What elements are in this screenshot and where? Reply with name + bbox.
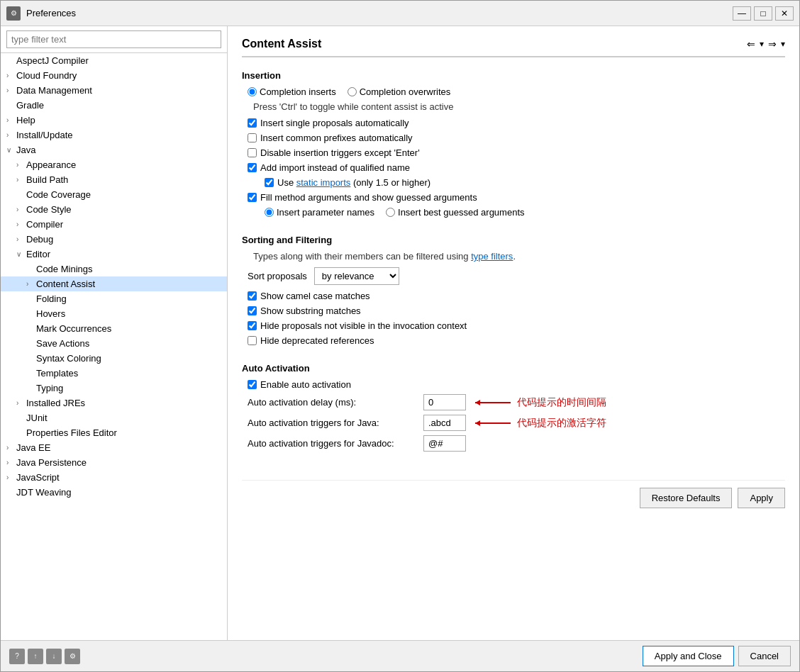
best-guessed-radio[interactable] xyxy=(386,208,395,217)
forward-dropdown[interactable]: ▾ xyxy=(781,39,785,49)
tree-item-typing[interactable]: Typing xyxy=(1,381,227,396)
content-title: Content Assist xyxy=(242,38,321,50)
tree-item-propertieseditor[interactable]: Properties Files Editor xyxy=(1,425,227,440)
tree-arrow xyxy=(16,414,26,422)
camel-case-checkbox[interactable] xyxy=(248,291,257,301)
tree-item-jdtweaving[interactable]: JDT Weaving xyxy=(1,485,227,500)
tree-arrow xyxy=(26,384,36,392)
tree-item-javascript[interactable]: › JavaScript xyxy=(1,470,227,485)
export-icon[interactable]: ↑ xyxy=(28,649,43,664)
disable-triggers-label[interactable]: Disable insertion triggers except 'Enter… xyxy=(248,147,420,158)
tree-item-junit[interactable]: JUnit xyxy=(1,410,227,425)
back-button[interactable]: ⇐ xyxy=(747,38,755,50)
completion-overwrites-radio[interactable] xyxy=(348,87,357,96)
triggers-java-row: Auto activation triggers for Java: 代码提示的… xyxy=(248,415,785,431)
maximize-button[interactable]: □ xyxy=(754,6,772,21)
search-input[interactable] xyxy=(6,30,221,48)
add-import-label[interactable]: Add import instead of qualified name xyxy=(248,162,410,173)
hide-invisible-label[interactable]: Hide proposals not visible in the invoca… xyxy=(248,320,467,331)
hide-invisible-checkbox[interactable] xyxy=(248,321,257,330)
add-import-checkbox[interactable] xyxy=(248,163,257,172)
main-content: AspectJ Compiler › Cloud Foundry › Data … xyxy=(1,26,799,640)
hide-deprecated-text: Hide deprecated references xyxy=(260,335,374,346)
settings-icon[interactable]: ⚙ xyxy=(65,649,80,664)
tree-item-codecoverage[interactable]: Code Coverage xyxy=(1,187,227,202)
fill-method-label[interactable]: Fill method arguments and show guessed a… xyxy=(248,192,477,203)
single-proposals-label[interactable]: Insert single proposals automatically xyxy=(248,118,409,128)
tree-label: Gradle xyxy=(16,100,44,111)
static-imports-text: Use static imports (only 1.5 or higher) xyxy=(277,177,430,188)
completion-inserts-radio[interactable] xyxy=(248,87,257,96)
apply-button[interactable]: Apply xyxy=(738,488,785,508)
tree-item-datamanagement[interactable]: › Data Management xyxy=(1,83,227,98)
radio-inserts[interactable]: Completion inserts xyxy=(248,86,336,97)
minimize-button[interactable]: — xyxy=(733,6,751,21)
tree-item-appearance[interactable]: › Appearance xyxy=(1,157,227,172)
tree-arrow xyxy=(6,101,16,109)
hide-deprecated-checkbox[interactable] xyxy=(248,336,257,345)
help-icon[interactable]: ? xyxy=(9,649,25,664)
close-button[interactable]: ✕ xyxy=(775,6,794,21)
radio-best-guessed[interactable]: Insert best guessed arguments xyxy=(386,207,525,218)
back-dropdown[interactable]: ▾ xyxy=(760,39,764,49)
apply-and-close-button[interactable]: Apply and Close xyxy=(643,646,734,666)
tree-item-saveactions[interactable]: Save Actions xyxy=(1,336,227,351)
import-icon[interactable]: ↓ xyxy=(46,649,62,664)
tree-item-folding[interactable]: Folding xyxy=(1,291,227,306)
tree-item-contentassist[interactable]: › Content Assist xyxy=(1,276,227,291)
forward-button[interactable]: ⇒ xyxy=(768,38,777,50)
tree-item-editor[interactable]: ∨ Editor xyxy=(1,247,227,262)
tree-item-help[interactable]: › Help xyxy=(1,113,227,128)
triggers-arrow-wrapper: 代码提示的激活字符 xyxy=(472,416,606,430)
radio-param-names[interactable]: Insert parameter names xyxy=(265,207,374,218)
tree-item-java[interactable]: ∨ Java xyxy=(1,142,227,157)
tree-item-syntaxcoloring[interactable]: Syntax Coloring xyxy=(1,351,227,366)
restore-defaults-button[interactable]: Restore Defaults xyxy=(640,488,733,508)
triggers-java-label: Auto activation triggers for Java: xyxy=(248,418,418,428)
tree-label: Code Minings xyxy=(36,264,93,274)
tree-item-codeminings[interactable]: Code Minings xyxy=(1,262,227,276)
triggers-java-input[interactable] xyxy=(423,415,466,431)
tree-item-codestyle[interactable]: › Code Style xyxy=(1,202,227,217)
common-prefixes-checkbox[interactable] xyxy=(248,133,257,142)
tree-item-debug[interactable]: › Debug xyxy=(1,232,227,247)
tree-item-gradle[interactable]: Gradle xyxy=(1,98,227,113)
substring-label[interactable]: Show substring matches xyxy=(248,306,361,316)
tree-item-hovers[interactable]: Hovers xyxy=(1,306,227,321)
static-imports-label[interactable]: Use static imports (only 1.5 or higher) xyxy=(265,177,430,188)
tree-item-installedjres[interactable]: › Installed JREs xyxy=(1,396,227,410)
radio-overwrites[interactable]: Completion overwrites xyxy=(348,86,451,97)
tree-label: Data Management xyxy=(16,85,92,96)
common-prefixes-label[interactable]: Insert common prefixes automatically xyxy=(248,133,413,143)
param-names-radio[interactable] xyxy=(265,208,274,217)
triggers-javadoc-label: Auto activation triggers for Javadoc: xyxy=(248,438,418,449)
hide-deprecated-label[interactable]: Hide deprecated references xyxy=(248,335,374,346)
tree-label: Java xyxy=(16,145,35,155)
cancel-button[interactable]: Cancel xyxy=(738,646,791,666)
tree-arrow xyxy=(26,310,36,318)
substring-checkbox[interactable] xyxy=(248,306,257,315)
tree-label: Code Coverage xyxy=(26,189,91,200)
triggers-javadoc-input[interactable] xyxy=(423,435,466,452)
static-imports-link[interactable]: static imports xyxy=(296,177,351,188)
tree-item-cloudfoundry[interactable]: › Cloud Foundry xyxy=(1,68,227,83)
tree-item-templates[interactable]: Templates xyxy=(1,366,227,381)
type-filters-link[interactable]: type filters xyxy=(471,251,513,262)
tree-item-javapersistence[interactable]: › Java Persistence xyxy=(1,455,227,470)
tree-item-javaee[interactable]: › Java EE xyxy=(1,440,227,455)
tree-item-compiler[interactable]: › Compiler xyxy=(1,217,227,232)
enable-autoactivation-checkbox[interactable] xyxy=(248,380,257,389)
tree-item-buildpath[interactable]: › Build Path xyxy=(1,172,227,187)
disable-triggers-checkbox[interactable] xyxy=(248,148,257,157)
sort-proposals-select[interactable]: by relevance alphabetically xyxy=(314,267,399,285)
tree-item-installupdate[interactable]: › Install/Update xyxy=(1,128,227,142)
enable-autoactivation-label[interactable]: Enable auto activation xyxy=(248,379,351,390)
fill-method-checkbox[interactable] xyxy=(248,193,257,202)
single-proposals-checkbox[interactable] xyxy=(248,118,257,128)
triggers-red-arrow-icon xyxy=(472,416,514,430)
tree-item-markoccurrences[interactable]: Mark Occurrences xyxy=(1,321,227,336)
camel-case-label[interactable]: Show camel case matches xyxy=(248,291,370,301)
delay-input[interactable] xyxy=(423,394,466,410)
static-imports-checkbox[interactable] xyxy=(265,178,274,187)
tree-item-aspectj[interactable]: AspectJ Compiler xyxy=(1,53,227,68)
